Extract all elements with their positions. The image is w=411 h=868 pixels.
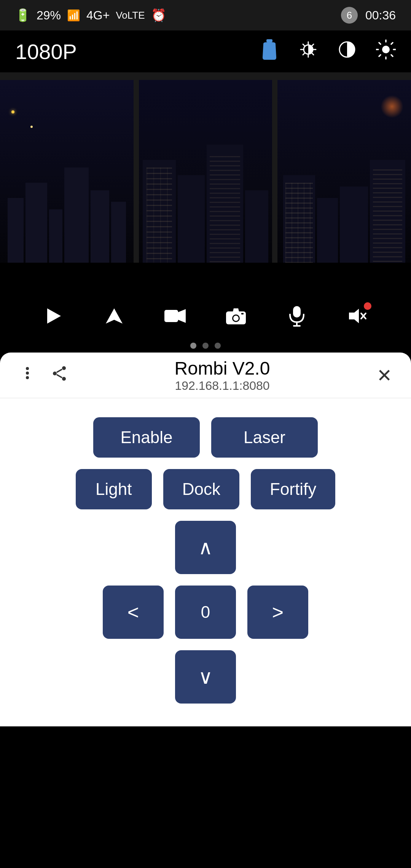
- svg-rect-6: [164, 310, 178, 322]
- signal-bars: 📶: [67, 9, 80, 22]
- fortify-button[interactable]: Fortify: [251, 469, 335, 509]
- svg-point-3: [382, 46, 390, 53]
- page-dot-3: [215, 343, 221, 349]
- status-left: 🔋 29% 📶 4G+ VoLTE ⏰: [15, 8, 166, 22]
- mute-indicator-dot: [364, 302, 371, 310]
- control-grid: Enable Laser Light Dock Fortify ∧ < 0 > …: [0, 398, 411, 704]
- battery-percent: 29%: [37, 8, 61, 22]
- down-button[interactable]: ∨: [175, 650, 236, 704]
- svg-point-19: [26, 372, 29, 375]
- contrast-icon[interactable]: [337, 40, 357, 64]
- svg-line-24: [57, 369, 62, 372]
- svg-rect-11: [241, 313, 244, 314]
- status-bar: 🔋 29% 📶 4G+ VoLTE ⏰ 6 00:36: [0, 0, 411, 30]
- clock: 00:36: [365, 8, 396, 22]
- svg-marker-15: [349, 309, 359, 323]
- brightness-icon[interactable]: [376, 40, 396, 64]
- lte-label: VoLTE: [116, 10, 145, 21]
- status-right: 6 00:36: [341, 7, 396, 24]
- resolution-label: 1080P: [15, 39, 237, 64]
- svg-point-10: [233, 316, 239, 321]
- svg-point-23: [62, 377, 66, 381]
- up-button[interactable]: ∧: [175, 521, 236, 574]
- svg-point-22: [53, 372, 57, 375]
- enable-button[interactable]: Enable: [93, 417, 200, 458]
- video-feed: [0, 72, 411, 293]
- sheet-title-area: Rombi V2.0 192.168.1.1:8080: [72, 358, 373, 393]
- video-camera-button[interactable]: [160, 301, 190, 331]
- light-button[interactable]: Light: [76, 469, 152, 509]
- send-button[interactable]: [99, 301, 129, 331]
- right-button[interactable]: >: [247, 586, 308, 639]
- alarm-icon: ⏰: [151, 8, 166, 22]
- volume-button[interactable]: [342, 301, 373, 331]
- video-scene: [0, 72, 411, 293]
- sheet-subtitle: 192.168.1.1:8080: [175, 379, 269, 393]
- battery-icon: 🔋: [15, 8, 30, 22]
- svg-marker-7: [178, 309, 186, 323]
- controls-bar: [0, 293, 411, 339]
- svg-point-18: [26, 367, 29, 370]
- sheet-menu-button[interactable]: [15, 361, 40, 389]
- sheet-share-button[interactable]: [47, 361, 72, 389]
- header-icon-group: [260, 38, 396, 65]
- svg-point-21: [62, 366, 66, 370]
- sheet-title: Rombi V2.0: [175, 358, 270, 379]
- sheet-close-button[interactable]: ✕: [373, 361, 396, 390]
- laser-button[interactable]: Laser: [211, 417, 318, 458]
- center-button[interactable]: 0: [175, 586, 236, 639]
- btn-row-1: Enable Laser: [93, 417, 318, 458]
- brightness-half-icon[interactable]: [298, 40, 318, 64]
- svg-line-25: [57, 375, 62, 378]
- svg-marker-5: [106, 308, 123, 324]
- btn-row-up: ∧: [175, 521, 236, 574]
- photo-camera-button[interactable]: [221, 301, 251, 331]
- left-button[interactable]: <: [103, 586, 164, 639]
- btn-row-middle: < 0 >: [103, 586, 308, 639]
- microphone-button[interactable]: [282, 301, 312, 331]
- play-button[interactable]: [38, 301, 68, 331]
- water-bottle-icon[interactable]: [260, 38, 279, 65]
- svg-rect-12: [293, 306, 301, 318]
- btn-row-2: Light Dock Fortify: [76, 469, 335, 509]
- page-dots: [0, 339, 411, 353]
- notification-badge: 6: [341, 7, 358, 24]
- svg-point-20: [26, 376, 29, 379]
- page-dot-2: [202, 343, 209, 349]
- dock-button[interactable]: Dock: [163, 469, 239, 509]
- network-type: 4G+: [86, 8, 110, 22]
- bottom-sheet: Rombi V2.0 192.168.1.1:8080 ✕ Enable Las…: [0, 353, 411, 726]
- camera-header: 1080P: [0, 30, 411, 72]
- page-dot-1: [190, 343, 196, 349]
- sheet-header: Rombi V2.0 192.168.1.1:8080 ✕: [0, 353, 411, 398]
- svg-marker-4: [47, 308, 61, 324]
- btn-row-down: ∨: [175, 650, 236, 704]
- svg-rect-0: [266, 39, 272, 42]
